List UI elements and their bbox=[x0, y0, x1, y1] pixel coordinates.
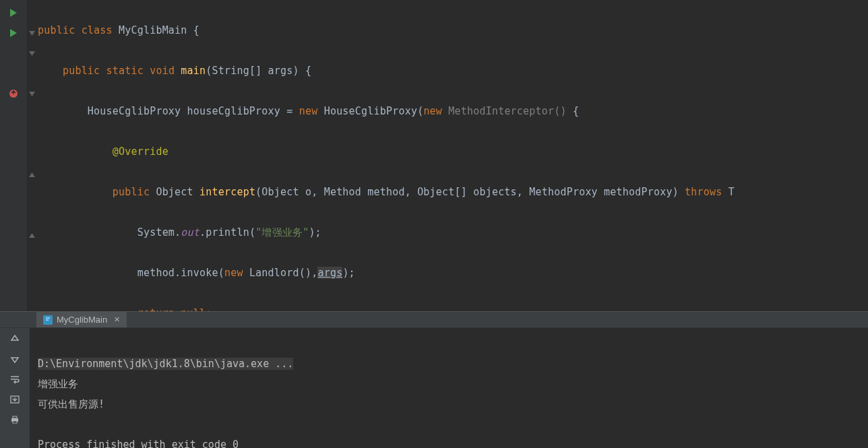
console-line: 可供出售房源! bbox=[38, 398, 104, 410]
console-output[interactable]: D:\Environment\jdk\jdk1.8\bin\java.exe .… bbox=[30, 328, 868, 448]
method-intercept: intercept bbox=[199, 186, 255, 198]
run-tool-window: MyCglibMain ✕ D:\Environment\jdk\jdk1.8\… bbox=[0, 312, 868, 448]
args-ref: args bbox=[317, 267, 342, 279]
down-arrow-icon[interactable] bbox=[8, 352, 22, 366]
run-class-icon[interactable] bbox=[0, 3, 27, 23]
method-main: main bbox=[181, 65, 206, 77]
fold-handle[interactable] bbox=[27, 164, 36, 185]
kw-public: public bbox=[38, 24, 75, 36]
run-tab[interactable]: MyCglibMain ✕ bbox=[36, 312, 127, 327]
fold-gutter bbox=[27, 0, 36, 311]
class-name: MyCglibMain bbox=[119, 24, 187, 36]
console-line: 增强业务 bbox=[38, 378, 78, 390]
run-config-icon bbox=[43, 315, 53, 325]
svg-rect-5 bbox=[13, 421, 17, 423]
editor-pane[interactable]: public class MyCglibMain { public static… bbox=[0, 0, 868, 311]
kw-class: class bbox=[82, 24, 113, 36]
run-tabs: MyCglibMain ✕ bbox=[0, 312, 868, 328]
fold-handle[interactable] bbox=[27, 225, 36, 245]
run-toolbar bbox=[0, 328, 30, 448]
override-marker-icon[interactable] bbox=[0, 84, 27, 104]
run-tab-label: MyCglibMain bbox=[57, 315, 107, 325]
print-icon[interactable] bbox=[8, 413, 22, 426]
fold-handle[interactable] bbox=[27, 43, 36, 63]
close-icon[interactable]: ✕ bbox=[114, 315, 120, 324]
fold-handle[interactable] bbox=[27, 84, 36, 104]
editor-gutter bbox=[0, 0, 27, 311]
override-annotation: @Override bbox=[113, 146, 168, 158]
run-method-icon[interactable] bbox=[0, 23, 27, 43]
svg-rect-4 bbox=[13, 416, 17, 418]
up-arrow-icon[interactable] bbox=[8, 332, 22, 346]
console-exit-line: Process finished with exit code 0 bbox=[38, 439, 239, 448]
cmd-line: D:\Environment\jdk\jdk1.8\bin\java.exe .… bbox=[38, 358, 293, 370]
fold-handle[interactable] bbox=[27, 23, 36, 43]
code-area[interactable]: public class MyCglibMain { public static… bbox=[36, 0, 868, 311]
soft-wrap-icon[interactable] bbox=[8, 373, 22, 386]
scroll-to-end-icon[interactable] bbox=[8, 393, 22, 406]
